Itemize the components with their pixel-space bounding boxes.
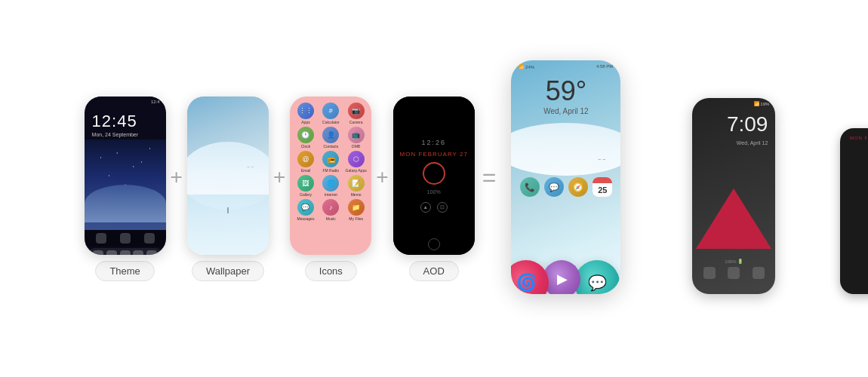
- galaxy-circle: ⬡: [348, 151, 365, 167]
- wallpaper-content: ~ ~: [187, 97, 269, 255]
- theme-status-text: 12:4: [151, 100, 160, 104]
- theme-status-bar: 12:4: [85, 97, 166, 107]
- aod-date: MON FEBRUARY 27: [400, 151, 468, 158]
- camera-label: Camera: [349, 120, 363, 124]
- p2-time: 7:09: [692, 109, 775, 140]
- dock-icon-5: [146, 250, 157, 255]
- cal-day: 25: [598, 183, 607, 197]
- play-icon: ▶: [557, 271, 568, 287]
- result-cloud-bird: ~ ~: [598, 157, 605, 162]
- theme-date: Mon, 24 September: [85, 131, 166, 138]
- memo-circle: 📝: [348, 175, 365, 192]
- clock-label: Clock: [301, 144, 311, 149]
- float-icon-messages: 💬: [574, 260, 620, 294]
- icons-row-1: ⋮⋮ Apps # Calculator 📷 Camera: [294, 103, 368, 124]
- app-icon-apps: ⋮⋮ Apps: [294, 103, 317, 124]
- theme-icon-dot-1: [96, 233, 106, 244]
- aod-component: 12:26 MON FEBRUARY 27 ☂ 100% ▲ ⊡ AOD: [393, 97, 475, 281]
- result-phone-2: 📶 19% 7:09 Wed, April 12 100% 🔋: [692, 98, 775, 294]
- galaxy-label: Galaxy Apps: [346, 168, 367, 173]
- wallpaper-component: ~ ~ Wallpaper: [187, 97, 269, 281]
- apps-circle: ⋮⋮: [297, 103, 314, 119]
- theme-icon-dot-3: [144, 233, 155, 244]
- theme-component: 12:4 12:45 Mon, 24 September: [85, 97, 166, 281]
- aod-btn-1: ▲: [420, 202, 431, 213]
- spiral-icon: 🌀: [516, 273, 537, 293]
- theme-dock: [88, 248, 163, 255]
- result-mini-icons: 📞 💬 🧭 25: [517, 177, 614, 197]
- theme-icon-dot-2: [120, 233, 131, 244]
- clock-circle: 🕐: [297, 127, 314, 143]
- internet-circle: 🌐: [322, 175, 339, 192]
- operator-1: +: [171, 165, 183, 189]
- myfiles-label: My Files: [349, 216, 363, 221]
- result-icon-compass: 🧭: [568, 177, 588, 197]
- result-date: Wed, April 12: [511, 107, 620, 115]
- chat-icon: 💬: [588, 274, 607, 292]
- app-icon-memo: 📝 Memo: [344, 175, 368, 197]
- app-icon-calculator: # Calculator: [319, 103, 343, 124]
- app-icon-clock: 🕐 Clock: [294, 127, 317, 149]
- messages-circle: 💬: [297, 199, 314, 216]
- cal-header: [593, 177, 612, 183]
- p2-date: Wed, April 12: [692, 140, 775, 146]
- app-icon-messages: 💬 Messages: [294, 199, 317, 221]
- dock-icon-4: [133, 250, 143, 255]
- aod-content: 12:26 MON FEBRUARY 27 ☂ 100% ▲ ⊡: [393, 97, 475, 255]
- fmradio-label: FM Radio: [322, 168, 339, 173]
- aod-time: 12:26: [421, 139, 446, 146]
- result-main-phone: 📶 24% 4:58 PM 59° Wed, April 12 ~ ~ 📞 💬 …: [511, 60, 620, 294]
- result-icon-calendar: 25: [593, 177, 612, 197]
- p2-status-bar: 📶 19%: [692, 98, 775, 109]
- app-icon-internet: 🌐 Internet: [319, 175, 343, 197]
- app-icon-gallery: 🖼 Gallery: [294, 175, 317, 197]
- wallpaper-phone: ~ ~: [187, 97, 269, 255]
- theme-label: Theme: [95, 261, 154, 281]
- aod-bottom-controls: ▲ ⊡: [420, 202, 448, 213]
- dock-icon-3: [120, 250, 131, 255]
- icons-phone: ⋮⋮ Apps # Calculator 📷 Camera 🕐: [290, 97, 371, 255]
- music-label: Music: [326, 216, 336, 221]
- float-icon-themes: 🌀: [511, 260, 549, 294]
- app-icon-camera: 📷 Camera: [344, 103, 368, 124]
- p2-dock-icon-1: [703, 267, 716, 279]
- main-container: 12:4 12:45 Mon, 24 September: [0, 0, 868, 377]
- result-status-right: 4:58 PM: [596, 64, 613, 69]
- floating-icons: 🌀 ▶ 💬: [511, 260, 620, 294]
- dock-icon-2: [106, 250, 117, 255]
- result-status-left: 📶 24%: [519, 64, 534, 69]
- p3-aod-date: MON FEBRUARY 27: [845, 136, 868, 140]
- theme-time: 12:45: [85, 109, 166, 131]
- float-icon-media: ▶: [543, 260, 580, 294]
- camera-circle: 📷: [348, 103, 365, 119]
- icons-row-5: 💬 Messages ♪ Music 📁 My Files: [294, 199, 368, 221]
- aod-umbrella-icon: ☂: [429, 167, 439, 179]
- icons-component: ⋮⋮ Apps # Calculator 📷 Camera 🕐: [290, 97, 371, 281]
- memo-label: Memo: [351, 192, 362, 197]
- icons-content: ⋮⋮ Apps # Calculator 📷 Camera 🕐: [290, 97, 371, 255]
- result-phone-3: MON FEBRUARY 27: [840, 128, 868, 294]
- wallpaper-reflection: [187, 195, 269, 255]
- internet-label: Internet: [325, 192, 337, 197]
- app-icon-galaxy: ⬡ Galaxy Apps: [344, 151, 368, 173]
- icons-row-4: 🖼 Gallery 🌐 Internet 📝 Memo: [294, 175, 368, 197]
- p2-dock-icon-3: [753, 267, 765, 279]
- app-icon-email: @ Email: [294, 151, 317, 173]
- myfiles-circle: 📁: [348, 199, 365, 216]
- p2-mountain: [692, 188, 775, 249]
- p2-dock-icon-2: [728, 267, 740, 279]
- gallery-label: Gallery: [300, 192, 312, 197]
- p2-dock: [697, 267, 771, 279]
- operator-3: +: [376, 165, 388, 189]
- theme-phone: 12:4 12:45 Mon, 24 September: [85, 97, 166, 255]
- icons-label: Icons: [305, 261, 357, 281]
- app-icon-contacts: 👤 Contacts: [319, 127, 343, 149]
- wallpaper-label: Wallpaper: [192, 261, 264, 281]
- email-circle: @: [297, 151, 314, 167]
- p2-status-text: 📶 19%: [754, 101, 770, 106]
- aod-icon-circle: ☂: [423, 162, 445, 185]
- email-label: Email: [301, 168, 311, 173]
- aod-btn-2: ⊡: [437, 202, 448, 213]
- apps-label: Apps: [301, 120, 309, 124]
- result-group: 📶 24% 4:58 PM 59° Wed, April 12 ~ ~ 📞 💬 …: [511, 60, 783, 294]
